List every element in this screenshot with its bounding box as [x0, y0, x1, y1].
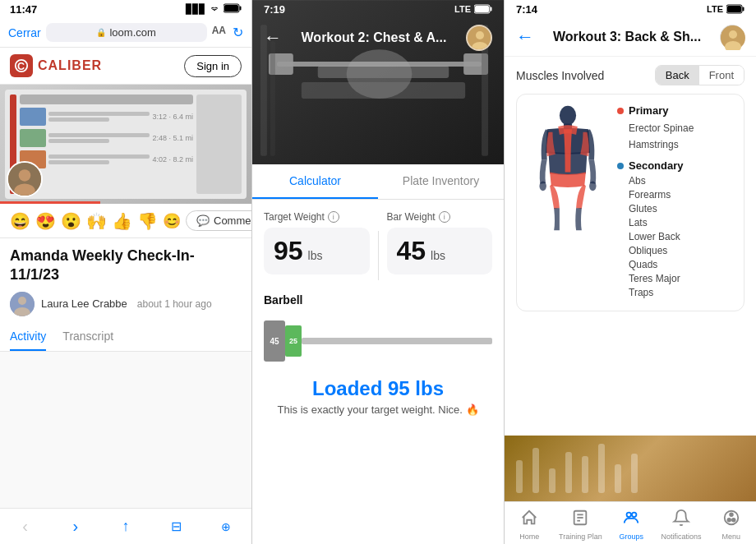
bar-weight-box[interactable]: 45 lbs	[387, 228, 493, 274]
emoji-hands[interactable]: 🙌	[86, 211, 107, 231]
browser-back-label[interactable]: Cerrar	[8, 26, 41, 39]
primary-dot	[617, 108, 624, 114]
emoji-add-icon[interactable]: 😊	[163, 212, 181, 230]
svg-point-44	[730, 514, 733, 517]
battery-icon	[224, 3, 242, 15]
barbell-label: Barbell	[264, 293, 492, 307]
thumb-bar-5	[582, 456, 588, 493]
video-thumbnail: 3:12 · 6.4 mi 2:48 · 5.1 mi	[0, 85, 251, 204]
browser-nav-bar: Cerrar 🔒 loom.com AA ↻	[0, 18, 251, 48]
emoji-heart-eyes[interactable]: 😍	[35, 211, 56, 231]
svg-point-6	[19, 169, 31, 182]
caliber-logo: C CALIBER	[10, 54, 102, 77]
nav-home[interactable]: Home	[509, 509, 550, 541]
workout-title-p2: Workout 2: Chest & A...	[302, 30, 447, 45]
profile-pic-p3	[720, 25, 744, 49]
author-name: Laura Lee Crabbe	[41, 297, 127, 310]
calculator-tabs: Calculator Plate Inventory	[252, 164, 504, 200]
caliber-name: CALIBER	[38, 58, 102, 73]
svg-point-35	[539, 181, 546, 191]
secondary-dot	[617, 163, 624, 169]
safari-bookmarks-button[interactable]: ⊟	[164, 519, 188, 534]
safari-back-button[interactable]: ‹	[13, 517, 38, 536]
emoji-wow[interactable]: 😮	[61, 211, 81, 231]
muscle-glutes: Glutes	[617, 203, 734, 217]
svg-rect-22	[491, 7, 492, 12]
workout-title-p3: Workout 3: Back & Sh...	[553, 30, 701, 44]
muscle-obliques: Obliques	[617, 245, 734, 259]
nav-menu-label: Menu	[721, 532, 740, 541]
toggle-back-button[interactable]: Back	[656, 66, 699, 85]
nav-groups-label: Groups	[620, 532, 644, 541]
tab-calculator[interactable]: Calculator	[252, 164, 378, 199]
video-top-bar	[20, 95, 193, 104]
tab-activity[interactable]: Activity	[10, 330, 46, 351]
bottom-thumbnail	[505, 436, 756, 501]
svg-rect-23	[475, 6, 489, 12]
plate-45: 45	[264, 320, 285, 362]
muscle-lower-back: Lower Back	[617, 231, 734, 245]
muscles-title: Muscles Involved	[516, 69, 604, 82]
muscle-forearms: Forearms	[617, 189, 734, 203]
bar-weight-label: Bar Weight i	[387, 211, 493, 223]
target-weight-value: 95	[274, 236, 303, 266]
battery-icon-p3	[726, 4, 744, 14]
nav-notifications[interactable]: Notifications	[661, 509, 702, 541]
target-weight-info-icon[interactable]: i	[328, 211, 339, 223]
status-bar-p1: 11:47 ▊▊▊	[0, 0, 251, 18]
svg-rect-1	[240, 7, 242, 11]
muscle-list: Primary Erector Spinae Hamstrings Second…	[617, 104, 734, 301]
emoji-thumbs-down[interactable]: 👎	[137, 211, 158, 231]
svg-point-33	[560, 106, 576, 126]
nav-training-plan[interactable]: Training Plan	[559, 509, 602, 541]
svg-point-46	[732, 519, 735, 522]
reload-icon[interactable]: ↻	[233, 25, 243, 40]
target-weight-box[interactable]: 95 lbs	[264, 228, 370, 274]
thumb-bar-1	[516, 460, 523, 493]
muscles-panel: 7:14 LTE ← Workout 3: Back & Sh... Muscl…	[505, 0, 756, 544]
comment-button[interactable]: 💬 Comment	[186, 210, 252, 231]
emoji-laugh[interactable]: 😄	[10, 211, 30, 231]
workout-nav-bar: ← Workout 2: Chest & A...	[252, 18, 504, 58]
emoji-thumbs-up[interactable]: 👍	[112, 211, 132, 231]
workout-hero: 7:19 LTE ← Workout 2: Chest & A...	[252, 0, 504, 164]
muscle-quads: Quads	[617, 259, 734, 273]
sign-in-button[interactable]: Sign in	[184, 55, 242, 77]
tab-plate-inventory[interactable]: Plate Inventory	[378, 164, 504, 199]
groups-icon	[622, 509, 640, 531]
muscle-lats: Lats	[617, 217, 734, 231]
back-button-p3[interactable]: ←	[516, 26, 534, 48]
calculator-panel: 7:19 LTE ← Workout 2: Chest & A...	[252, 0, 505, 544]
url-bar[interactable]: 🔒 loom.com	[46, 23, 207, 42]
url-text: loom.com	[109, 26, 155, 39]
comment-icon: 💬	[196, 214, 210, 227]
svg-rect-2	[224, 5, 238, 12]
svg-rect-28	[743, 7, 744, 12]
tab-transcript[interactable]: Transcript	[62, 330, 113, 351]
svg-point-36	[589, 181, 596, 191]
video-time-1: 3:12 · 6.4 mi	[152, 113, 193, 121]
nav-groups[interactable]: Groups	[611, 509, 652, 541]
svg-point-41	[627, 513, 632, 518]
safari-share-button[interactable]: ↑	[113, 518, 138, 535]
svg-rect-20	[270, 41, 275, 156]
safari-tabs-button[interactable]: ⊕	[214, 520, 238, 533]
nav-menu[interactable]: Menu	[711, 509, 752, 541]
bottom-navigation: Home Training Plan Groups	[505, 501, 756, 544]
back-button-p2[interactable]: ←	[264, 27, 282, 48]
svg-point-25	[476, 31, 484, 39]
video-content: 3:12 · 6.4 mi 2:48 · 5.1 mi	[20, 95, 193, 194]
loaded-weight-section: Loaded 95 lbs This is exactly your targe…	[264, 377, 492, 416]
safari-forward-button[interactable]: ›	[63, 517, 88, 536]
toggle-front-button[interactable]: Front	[699, 66, 744, 85]
muscle-hamstrings: Hamstrings	[617, 136, 734, 153]
bar-weight-info-icon[interactable]: i	[439, 211, 450, 223]
line-2	[48, 118, 109, 122]
line-6	[48, 160, 109, 164]
muscles-header: Muscles Involved Back Front	[516, 65, 744, 85]
video-time-2: 2:48 · 5.1 mi	[152, 134, 193, 142]
text-size-icon[interactable]: AA	[212, 25, 226, 40]
muscles-card: Primary Erector Spinae Hamstrings Second…	[516, 94, 744, 311]
thumb-bar-4	[565, 452, 572, 493]
calculator-body: Target Weight i 95 lbs Bar Weight i 45 l…	[252, 200, 504, 544]
